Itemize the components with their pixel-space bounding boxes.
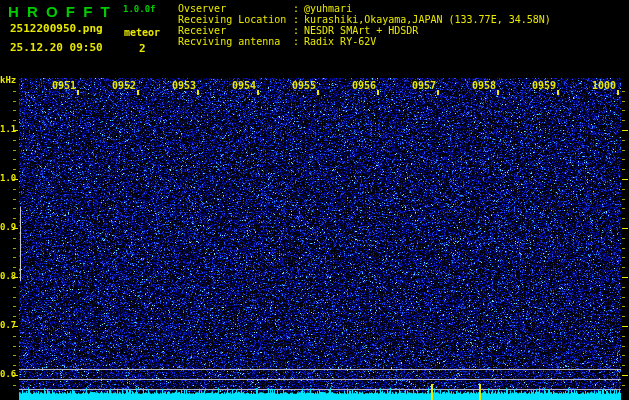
spectrogram-canvas — [0, 0, 629, 400]
output-filename: 2512200950.png — [10, 22, 103, 35]
time-tick-label: 0959 — [531, 80, 556, 91]
time-tick-label: 0956 — [351, 80, 376, 91]
time-tick-label: 0951 — [51, 80, 76, 91]
time-tick-label: 0955 — [291, 80, 316, 91]
freq-tick-label: 1.1 — [0, 124, 13, 134]
hrofft-screen: H R O F F T 1.0.0f 2512200950.png meteor… — [0, 0, 629, 400]
info-label-receiver: Receiver — [178, 25, 226, 36]
app-title: H R O F F T — [8, 3, 112, 20]
info-separator: : — [293, 14, 299, 25]
info-value-antenna: Radix RY-62V — [304, 36, 376, 47]
info-label-location: Receiving Location — [178, 14, 286, 25]
time-tick-label: 0953 — [171, 80, 196, 91]
freq-tick-label: 0.7 — [0, 320, 13, 330]
time-tick-label: 1000 — [591, 80, 616, 91]
version-label: 1.0.0f — [123, 4, 156, 14]
freq-tick-label: 0.8 — [0, 271, 13, 281]
info-label-antenna: Recviving antenna — [178, 36, 280, 47]
info-value-receiver: NESDR SMArt + HDSDR — [304, 25, 418, 36]
freq-tick-label: 1.0 — [0, 173, 13, 183]
info-value-location: kurashiki,Okayama,JAPAN (133.77E, 34.58N… — [304, 14, 551, 25]
info-separator: : — [293, 36, 299, 47]
time-tick-label: 0954 — [231, 80, 256, 91]
time-tick-label: 0952 — [111, 80, 136, 91]
time-tick-label: 0957 — [411, 80, 436, 91]
meteor-count-label: meteor — [124, 27, 160, 38]
info-label-observer: Ovserver — [178, 3, 226, 14]
meteor-count-value: 2 — [139, 42, 146, 55]
observation-datetime: 25.12.20 09:50 — [10, 41, 103, 54]
info-separator: : — [293, 3, 299, 14]
info-separator: : — [293, 25, 299, 36]
freq-tick-label: 0.6 — [0, 369, 13, 379]
y-axis-unit-label: kHz — [0, 75, 16, 85]
freq-tick-label: 0.9 — [0, 222, 13, 232]
info-value-observer: @yuhmari — [304, 3, 352, 14]
time-tick-label: 0958 — [471, 80, 496, 91]
